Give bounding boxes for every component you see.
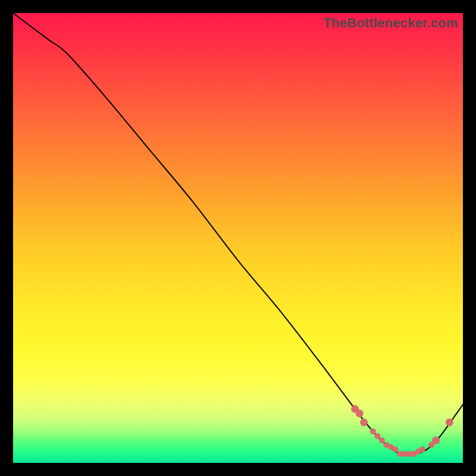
- trough-marker: [419, 446, 425, 452]
- trough-marker: [432, 437, 440, 444]
- chart-stage: TheBottlenecker.com: [0, 0, 476, 476]
- trough-marker: [356, 409, 364, 417]
- gradient-plot-area: TheBottlenecker.com: [13, 13, 463, 463]
- trough-marker: [446, 418, 453, 426]
- trough-marker: [374, 433, 380, 439]
- bottleneck-curve: [13, 13, 463, 455]
- trough-marker: [379, 437, 385, 443]
- trough-markers: [351, 405, 453, 457]
- trough-marker: [370, 428, 376, 434]
- curve-layer: [13, 13, 463, 463]
- trough-marker: [360, 418, 368, 426]
- trough-marker: [393, 446, 399, 452]
